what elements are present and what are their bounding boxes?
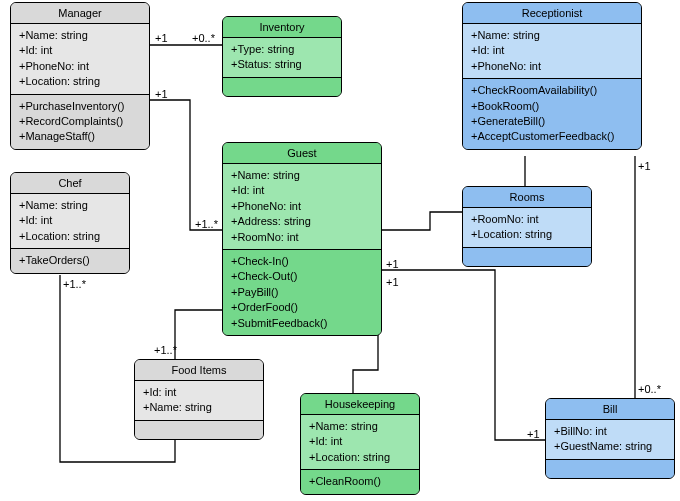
class-title: Bill [546,399,674,420]
mult-manager-guest-from: +1 [155,88,168,100]
class-title: Inventory [223,17,341,38]
mult-chef-food-from: +1..* [63,278,86,290]
class-receptionist[interactable]: Receptionist +Name: string +Id: int +Pho… [462,2,642,150]
class-operations [546,460,674,478]
class-title: Guest [223,143,381,164]
mult-manager-inventory-from: +1 [155,32,168,44]
class-operations: +TakeOrders() [11,249,129,272]
class-attributes: +RoomNo: int +Location: string [463,208,591,248]
class-rooms[interactable]: Rooms +RoomNo: int +Location: string [462,186,592,267]
class-attributes: +Name: string +Id: int +PhoneNo: int +Ad… [223,164,381,250]
mult-guest-rooms-from: +1 [386,258,399,270]
class-chef[interactable]: Chef +Name: string +Id: int +Location: s… [10,172,130,274]
class-operations [223,78,341,96]
class-title: Chef [11,173,129,194]
class-attributes: +Name: string +Id: int +PhoneNo: int [463,24,641,79]
mult-guest-bill-from: +1 [386,276,399,288]
mult-guest-food-to: +1..* [154,344,177,356]
class-title: Rooms [463,187,591,208]
class-operations: +CleanRoom() [301,470,419,493]
class-operations: +CheckRoomAvailability() +BookRoom() +Ge… [463,79,641,149]
mult-manager-inventory-to: +0..* [192,32,215,44]
class-operations [463,248,591,266]
class-operations [135,421,263,439]
class-attributes: +Name: string +Id: int +Location: string [301,415,419,470]
class-title: Food Items [135,360,263,381]
mult-recep-bill-to: +0..* [638,383,661,395]
class-manager[interactable]: Manager +Name: string +Id: int +PhoneNo:… [10,2,150,150]
class-operations: +PurchaseInventory() +RecordComplaints()… [11,95,149,149]
class-guest[interactable]: Guest +Name: string +Id: int +PhoneNo: i… [222,142,382,336]
mult-manager-guest-to: +1..* [195,218,218,230]
class-attributes: +Name: string +Id: int +PhoneNo: int +Lo… [11,24,149,95]
class-attributes: +BillNo: int +GuestName: string [546,420,674,460]
class-attributes: +Name: string +Id: int +Location: string [11,194,129,249]
class-housekeeping[interactable]: Housekeeping +Name: string +Id: int +Loc… [300,393,420,495]
class-title: Manager [11,3,149,24]
class-attributes: +Id: int +Name: string [135,381,263,421]
mult-recep-bill-from: +1 [638,160,651,172]
class-title: Housekeeping [301,394,419,415]
class-attributes: +Type: string +Status: string [223,38,341,78]
class-title: Receptionist [463,3,641,24]
class-operations: +Check-In() +Check-Out() +PayBill() +Ord… [223,250,381,335]
mult-guest-bill-to: +1 [527,428,540,440]
class-food-items[interactable]: Food Items +Id: int +Name: string [134,359,264,440]
class-bill[interactable]: Bill +BillNo: int +GuestName: string [545,398,675,479]
class-inventory[interactable]: Inventory +Type: string +Status: string [222,16,342,97]
